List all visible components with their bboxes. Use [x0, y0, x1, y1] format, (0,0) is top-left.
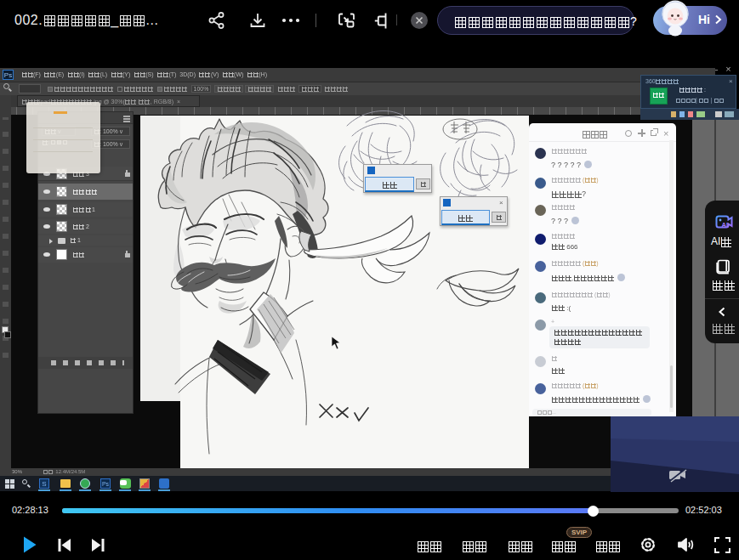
svg-text:AI: AI: [722, 221, 729, 229]
